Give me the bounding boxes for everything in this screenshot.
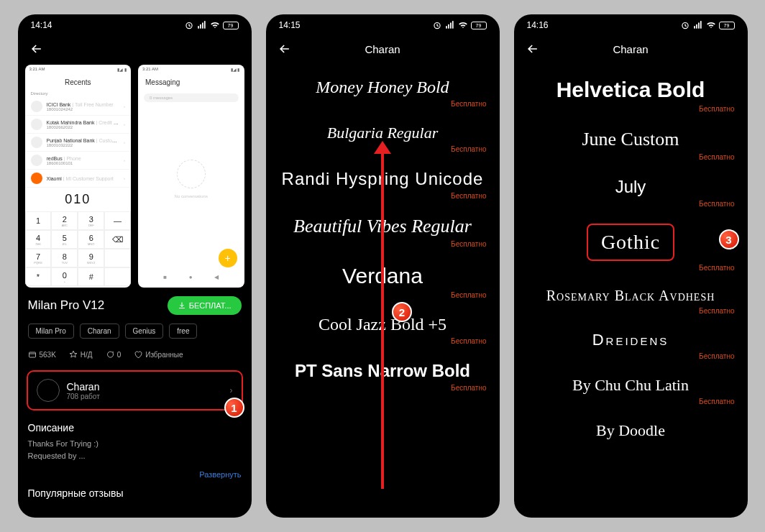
directory-label: Directory: [25, 89, 132, 98]
dialpad-key[interactable]: ⌫: [104, 230, 131, 249]
status-bar: 14:15 79: [266, 14, 500, 33]
star-icon: [69, 350, 78, 359]
font-price: Бесплатно: [524, 307, 738, 318]
contact-row[interactable]: Xiaomi | Mi Customer Support ›: [25, 170, 132, 188]
status-time: 14:16: [527, 20, 549, 30]
font-item[interactable]: Rosemary Black AvdheshБесплатно: [524, 275, 738, 318]
contact-phone: 18001032222: [47, 143, 120, 147]
svg-rect-13: [696, 24, 697, 29]
author-card[interactable]: Charan 708 работ › 1: [27, 370, 243, 411]
theme-name: Milan Pro V12: [28, 298, 105, 313]
tag[interactable]: free: [169, 324, 197, 339]
dialed-number: 010: [25, 188, 132, 211]
status-time: 14:15: [279, 20, 301, 30]
theme-title-row: Milan Pro V12 БЕСПЛАТ...: [18, 288, 252, 321]
contact-row[interactable]: Kotak Mahindra Bank | Credit Car... 1800…: [25, 116, 132, 134]
status-bar: 14:16 79: [514, 14, 748, 33]
dialpad-key[interactable]: 4GHI: [25, 230, 52, 249]
dialpad-key[interactable]: 8TUV: [51, 249, 78, 267]
contact-row[interactable]: Punjab National Bank | Customer... 18001…: [25, 134, 132, 152]
dialpad-key[interactable]: *: [25, 267, 52, 286]
expand-link[interactable]: Развернуть: [18, 469, 252, 480]
contact-name: Kotak Mahindra Bank | Credit Car...: [47, 120, 120, 125]
page-title: Charan: [541, 43, 720, 55]
dialpad-key[interactable]: #: [78, 267, 104, 286]
font-name: Bulgaria Regular: [276, 111, 490, 145]
description-text: Thanks For Trying :)Requested by ...: [28, 438, 242, 462]
font-item[interactable]: Money Honey BoldБесплатно: [276, 65, 490, 111]
svg-rect-5: [29, 352, 35, 357]
phone-screen-1: 14:14 79 3:21 AM▮◢ ▮ Recents Directory I…: [18, 14, 252, 518]
empty-text: No conversations: [138, 194, 244, 198]
author-works: 708 работ: [67, 393, 100, 400]
font-name: By Doodle: [524, 408, 738, 443]
font-item[interactable]: DreidensБесплатно: [524, 318, 738, 363]
font-price: Бесплатно: [524, 153, 738, 164]
svg-rect-1: [198, 26, 199, 29]
dialpad-key[interactable]: [104, 249, 131, 267]
preview-recents[interactable]: 3:21 AM▮◢ ▮ Recents Directory ICICI Bank…: [25, 65, 132, 288]
chevron-right-icon: ›: [230, 385, 233, 395]
dialpad-key[interactable]: 9WXYZ: [78, 249, 104, 267]
heart-icon: [134, 350, 142, 359]
dialpad-key[interactable]: 5JKL: [51, 230, 78, 249]
dialpad-key[interactable]: 6MNO: [78, 230, 104, 249]
font-item[interactable]: June CustomБесплатно: [524, 116, 738, 164]
font-name: Money Honey Bold: [276, 65, 490, 100]
tag[interactable]: Milan Pro: [28, 324, 74, 339]
back-button[interactable]: [524, 40, 541, 58]
svg-rect-9: [450, 23, 452, 29]
callout-badge-3: 3: [719, 229, 739, 249]
stat-favorites[interactable]: Избранные: [134, 350, 183, 359]
status-icons: 79: [432, 20, 487, 30]
page-title: Charan: [293, 43, 472, 55]
alarm-icon: [432, 20, 442, 30]
tag[interactable]: Genius: [125, 324, 164, 339]
font-item[interactable]: GothicБесплатно3: [524, 211, 738, 275]
tag[interactable]: Charan: [80, 324, 119, 339]
contact-phone: 18002662022: [47, 125, 120, 129]
font-item[interactable]: JulyБесплатно: [524, 164, 738, 211]
font-item[interactable]: Helvetica BoldБесплатно: [524, 65, 738, 116]
contact-row[interactable]: ICICI Bank | Toll Free Number 1800102424…: [25, 98, 132, 116]
chevron-right-icon: ›: [124, 140, 125, 145]
status-icons: 79: [680, 20, 735, 30]
dialpad-key[interactable]: 2ABC: [51, 211, 78, 230]
back-button[interactable]: [276, 40, 293, 58]
font-name: June Custom: [524, 116, 738, 153]
description-section: Описание Thanks For Trying :)Requested b…: [18, 415, 252, 469]
wifi-icon: [458, 20, 468, 30]
download-button[interactable]: БЕСПЛАТ...: [168, 296, 242, 315]
font-list[interactable]: Helvetica BoldБесплатноJune CustomБеспла…: [514, 65, 748, 443]
dialpad: 12ABC3DEF—4GHI5JKL6MNO⌫7PQRS8TUV9WXYZ*0+…: [25, 211, 132, 286]
dialpad-key[interactable]: 3DEF: [78, 211, 104, 230]
callout-badge-1: 1: [224, 398, 244, 418]
scroll-arrow-annotation: [381, 151, 384, 489]
dialpad-key[interactable]: 0+: [51, 267, 78, 286]
status-time: 14:14: [31, 20, 52, 30]
stat-downloads: 563K: [28, 350, 56, 359]
theme-preview-row: 3:21 AM▮◢ ▮ Recents Directory ICICI Bank…: [18, 65, 252, 288]
contact-phone: 18600100101: [47, 161, 120, 165]
dialpad-key[interactable]: 1: [25, 211, 52, 230]
font-item[interactable]: By Doodle: [524, 408, 738, 443]
svg-rect-15: [700, 21, 701, 29]
back-button[interactable]: [28, 40, 45, 58]
wifi-icon: [706, 20, 716, 30]
contact-row[interactable]: redBus | Phone 18600100101 ›: [25, 152, 132, 170]
compose-fab[interactable]: +: [219, 249, 237, 267]
font-name: Gothic: [524, 211, 738, 264]
call-row: [25, 286, 132, 288]
empty-circle-icon: [177, 160, 206, 188]
preview-messaging[interactable]: 3:21 AM▮◢ ▮ Messaging 0 messages No conv…: [138, 65, 244, 288]
stat-rating: Н/Д: [69, 350, 93, 359]
font-item[interactable]: By Chu Chu LatinБесплатно: [524, 363, 738, 408]
dialpad-key[interactable]: [104, 267, 131, 286]
author-avatar: [37, 379, 60, 402]
dialpad-key[interactable]: 7PQRS: [25, 249, 52, 267]
android-nav: ■●◀: [138, 270, 244, 285]
download-icon: [178, 301, 186, 310]
battery-icon: 79: [223, 22, 239, 29]
status-bar: 14:14 79: [18, 14, 252, 33]
dialpad-key[interactable]: —: [104, 211, 131, 230]
